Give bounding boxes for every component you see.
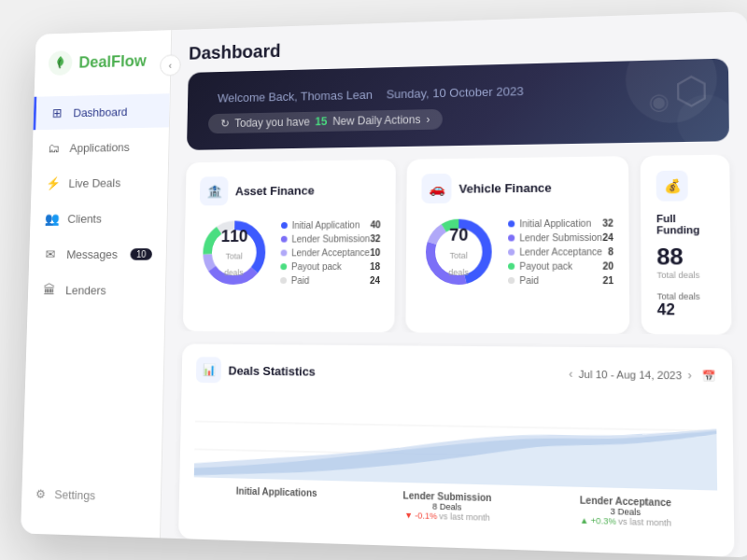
card-header: 💰: [656, 170, 714, 201]
legend-item: Paid 24: [280, 275, 380, 286]
legend-item: Lender Submission 32: [281, 233, 381, 244]
sidebar-item-lenders[interactable]: 🏛 Lenders: [28, 273, 166, 307]
applications-icon: 🗂: [46, 140, 62, 156]
main-content: Dashboard Welcome Back, Thomas Lean Sund…: [161, 11, 747, 557]
next-date-button[interactable]: ›: [685, 367, 694, 385]
prev-date-button[interactable]: ‹: [567, 365, 574, 383]
sidebar: DealFlow ‹ ⊞ Dashboard 🗂 Applications ⚡ …: [21, 30, 172, 538]
legend-item: Lender Acceptance 8: [508, 246, 613, 258]
vehicle-finance-donut: 70 Total deals: [421, 214, 497, 289]
chart-label-acceptance: Lender Acceptance 3 Deals ▲ +0.3% vs las…: [535, 494, 717, 529]
asset-finance-card: 🏦 Asset Finance: [183, 160, 396, 332]
live-deals-icon: ⚡: [45, 175, 61, 191]
sidebar-item-applications[interactable]: 🗂 Applications: [32, 129, 169, 165]
card-body: 70 Total deals Initial Application 32 Le…: [421, 213, 613, 289]
sidebar-item-label: Messages: [66, 247, 118, 261]
logo: DealFlow: [35, 48, 171, 97]
cards-row: 🏦 Asset Finance: [165, 154, 747, 334]
welcome-actions: ↻ Today you have 15 New Daily Actions ›: [208, 104, 705, 133]
messages-icon: ✉: [43, 246, 59, 262]
refresh-icon: ↻: [220, 118, 230, 131]
sidebar-item-messages[interactable]: ✉ Messages 10: [29, 236, 166, 271]
legend-item: Paid 21: [508, 274, 613, 285]
chart-label-initial: Initial Applications: [193, 484, 361, 518]
sidebar-item-label: Dashboard: [73, 105, 127, 119]
stats-title: Deals Statistics: [228, 363, 316, 378]
legend-item: Initial Application 40: [281, 219, 381, 231]
arrow-icon: ›: [426, 113, 430, 126]
actions-count: 15: [315, 115, 327, 128]
svg-line-11: [195, 422, 716, 431]
date-range: ‹ Jul 10 - Aug 14, 2023 › 📅: [567, 365, 716, 385]
full-funding-label: Total deals: [656, 271, 714, 280]
date-range-label: Jul 10 - Aug 14, 2023: [579, 369, 682, 382]
date-navigation: ‹ Jul 10 - Aug 14, 2023 ›: [567, 365, 694, 384]
card-title: Vehicle Finance: [458, 180, 551, 195]
donut-center: 70 Total deals: [440, 225, 478, 278]
logo-icon: [49, 50, 73, 76]
page-title: Dashboard: [189, 27, 728, 63]
asset-finance-donut: 110 Total deals: [198, 216, 271, 288]
legend-item: Lender Submission 24: [508, 231, 613, 243]
legend-item: Lender Acceptance 10: [281, 247, 381, 258]
stats-icon: 📊: [196, 357, 221, 383]
vehicle-finance-icon: 🚗: [421, 174, 451, 203]
legend-item: Payout pack 18: [280, 261, 380, 272]
messages-badge: 10: [130, 248, 152, 260]
sidebar-item-clients[interactable]: 👥 Clients: [30, 201, 167, 235]
nav-items: ⊞ Dashboard 🗂 Applications ⚡ Live Deals …: [22, 93, 170, 475]
card-header: 🚗 Vehicle Finance: [421, 172, 613, 203]
deals-statistics-section: 📊 Deals Statistics ‹ Jul 10 - Aug 14, 20…: [178, 343, 734, 556]
clients-icon: 👥: [44, 211, 60, 227]
settings-label: Settings: [54, 487, 95, 502]
full-funding-icon: 💰: [656, 171, 688, 202]
app-container: DealFlow ‹ ⊞ Dashboard 🗂 Applications ⚡ …: [21, 11, 747, 557]
daily-actions-button[interactable]: ↻ Today you have 15 New Daily Actions ›: [208, 109, 444, 133]
logo-text: DealFlow: [78, 51, 147, 72]
settings-icon: ⚙: [35, 487, 47, 501]
welcome-banner: Welcome Back, Thomas Lean Sunday, 10 Oct…: [187, 59, 729, 150]
sidebar-item-label: Applications: [69, 140, 130, 154]
deals-chart: [194, 394, 717, 491]
sidebar-item-label: Lenders: [65, 283, 106, 296]
dashboard-icon: ⊞: [49, 105, 65, 120]
chart-label-submission: Lender Submission 8 Deals ▼ -0.1% vs las…: [360, 489, 535, 524]
stats-title-row: 📊 Deals Statistics: [196, 357, 316, 384]
full-funding-title: Full Funding: [656, 212, 714, 235]
settings-item[interactable]: ⚙ Settings: [21, 472, 162, 520]
vehicle-finance-card: 🚗 Vehicle Finance 70: [405, 156, 629, 334]
donut-center: 110 Total deals: [216, 227, 252, 279]
card-legend: Initial Application 40 Lender Submission…: [280, 219, 380, 286]
calendar-icon[interactable]: 📅: [702, 370, 716, 383]
lenders-icon: 🏛: [41, 282, 57, 298]
full-funding-total: 88: [656, 244, 714, 271]
legend-item: Initial Application 32: [508, 217, 613, 229]
asset-finance-icon: 🏦: [200, 176, 229, 205]
card-legend: Initial Application 32 Lender Submission…: [508, 217, 613, 286]
legend-item: Payout pack 20: [508, 260, 613, 271]
sidebar-item-label: Live Deals: [68, 175, 120, 189]
total-deals-label: Total deals: [657, 291, 715, 301]
sidebar-item-dashboard[interactable]: ⊞ Dashboard: [33, 93, 169, 130]
welcome-greeting: Welcome Back, Thomas Lean Sunday, 10 Oct…: [208, 76, 704, 106]
sidebar-item-live-deals[interactable]: ⚡ Live Deals: [31, 165, 168, 201]
card-body: 110 Total deals Initial Application 40 L…: [198, 215, 381, 289]
card-title: Asset Finance: [235, 183, 315, 198]
card-header: 🏦 Asset Finance: [200, 175, 381, 205]
total-deals-value: 42: [657, 301, 715, 319]
stats-header: 📊 Deals Statistics ‹ Jul 10 - Aug 14, 20…: [196, 357, 716, 389]
full-funding-card: 💰 Full Funding 88 Total deals Total deal…: [641, 155, 732, 335]
sidebar-item-label: Clients: [67, 212, 102, 226]
